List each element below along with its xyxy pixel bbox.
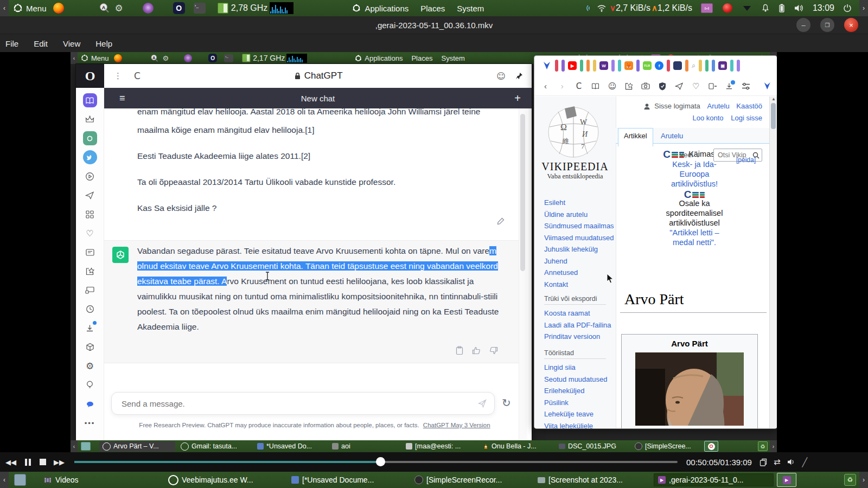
bookmark-item[interactable]	[580, 60, 583, 72]
bookmark-item[interactable]	[611, 60, 615, 72]
dropdown-tray-icon[interactable]	[743, 6, 751, 11]
smiley-badge-icon[interactable]: ☺	[496, 71, 506, 81]
personal-contribs-link[interactable]: Kaastöö	[736, 102, 762, 110]
inner-applications-icon[interactable]	[355, 55, 362, 62]
wifi-icon[interactable]	[597, 4, 607, 12]
wiki-pinboard-icon[interactable]	[623, 80, 635, 93]
reload-icon[interactable]: C	[134, 70, 141, 81]
facebook-bookmark-icon[interactable]: f	[655, 61, 663, 70]
ubuntu-menu-icon[interactable]	[13, 3, 23, 13]
chat-scrollbar[interactable]	[519, 108, 527, 440]
metamask-bookmark-icon[interactable]: 🦊	[624, 61, 633, 70]
wikipedia-globe-logo[interactable]: Ω W И 7 維	[546, 104, 601, 161]
bookmark-item[interactable]	[667, 60, 670, 72]
stop-button[interactable]	[40, 459, 46, 465]
taskbar-item-simplescreen[interactable]: [SimpleScree...	[631, 441, 702, 452]
sidebar-link-lehekulje-teave[interactable]: Lehekülje teave	[544, 410, 607, 418]
playlist-export-icon[interactable]	[760, 458, 767, 466]
copy-icon[interactable]	[456, 346, 463, 355]
inner-cpu-graph[interactable]	[286, 54, 307, 63]
outer-task-gerai-video[interactable]: ▶ ,gerai-2023-05-11_0...	[654, 473, 774, 486]
player-tray-button[interactable]: ▶	[777, 473, 796, 487]
downloads-icon[interactable]	[83, 321, 97, 335]
chat-scroll-area[interactable]: enam mängitud elav helilooja. Aastal 201…	[104, 108, 525, 440]
sidebar-link-lingid-siia[interactable]: Lingid siia	[544, 363, 607, 371]
bookmark-item[interactable]	[712, 60, 715, 72]
bookmark-item[interactable]	[618, 60, 621, 72]
banner-hide-link[interactable]: [peida]	[736, 156, 756, 164]
sidebar-link-pusilink[interactable]: Püsilink	[544, 399, 607, 407]
sidebar-link-viimased[interactable]: Viimased muudatused	[544, 234, 614, 242]
thumbs-down-icon[interactable]	[489, 346, 498, 355]
inner-menu-button[interactable]: Menu	[91, 54, 109, 62]
banner-sport-link[interactable]: "Artikkel letti –medal netti".	[616, 228, 773, 247]
fast-forward-button[interactable]: ▶▶	[54, 458, 65, 466]
opera-launcher-icon[interactable]: O	[173, 2, 185, 14]
forward-icon[interactable]: ›	[557, 80, 568, 93]
panel-scroll-left-button[interactable]: ‹	[0, 0, 9, 16]
wiki-heart-icon[interactable]: ♡	[690, 80, 701, 93]
record-tray-icon[interactable]	[723, 3, 732, 13]
bookmark-item[interactable]	[636, 60, 640, 72]
player-popout-icon[interactable]	[83, 169, 97, 183]
bookmark-item[interactable]	[705, 60, 709, 72]
rewind-button[interactable]: ◀◀	[5, 458, 16, 466]
outer-task-videos[interactable]: Videos	[39, 473, 140, 486]
tor-launcher-icon[interactable]	[143, 3, 154, 14]
edit-message-icon[interactable]	[496, 217, 505, 226]
bookmark-item[interactable]	[685, 60, 688, 72]
bookmark-item[interactable]	[593, 60, 596, 72]
news-icon[interactable]	[83, 245, 97, 259]
sidebar-link-sundmused[interactable]: Sündmused maailmas	[544, 222, 614, 230]
bookmark-item[interactable]	[586, 60, 590, 72]
panel-scroll-right-button[interactable]: ›	[859, 0, 868, 16]
sidebar-link-viita[interactable]: Viita leheküljele	[544, 422, 607, 429]
shuffle-icon[interactable]: ⇄	[774, 457, 781, 467]
youtube-bookmark-icon[interactable]: ▶	[568, 61, 577, 70]
pause-button[interactable]	[25, 459, 31, 466]
pin-icon[interactable]	[515, 72, 523, 80]
inner-taskbar-scroll-left[interactable]: ‹	[71, 440, 78, 452]
net-up-speed[interactable]: 1,2 KiB/s	[658, 3, 692, 13]
terminal-launcher-icon[interactable]: ›_	[194, 3, 206, 14]
tab-artikkel[interactable]: Artikkel	[618, 128, 653, 146]
outer-task-ssr[interactable]: [SimpleScreenRecor...	[410, 473, 530, 486]
inner-cpu-frequency[interactable]: 2,17 GHz	[253, 54, 285, 62]
outer-taskbar-scroll-right[interactable]: ›	[859, 472, 868, 488]
wiki-send-icon[interactable]	[674, 80, 685, 93]
menu-edit[interactable]: Edit	[34, 39, 48, 48]
net-down-speed[interactable]: 2,7 KiB/s	[616, 3, 650, 13]
reading-list-icon[interactable]	[83, 93, 97, 107]
wiki-smiley-icon[interactable]: ☺	[607, 80, 618, 93]
wiki-scrollbar[interactable]: ▲	[769, 97, 777, 428]
inner-taskbar-scroll-right[interactable]: ›	[770, 440, 777, 452]
seek-handle[interactable]	[376, 457, 385, 466]
bookmark-item[interactable]	[561, 60, 565, 72]
sidebar-link-prinditav[interactable]: Prinditav versioon	[544, 332, 611, 341]
sidebar-link-pdf[interactable]: Laadi alla PDF-failina	[544, 321, 611, 329]
inner-show-desktop-button[interactable]	[81, 442, 91, 451]
send-to-device-icon[interactable]	[83, 188, 97, 202]
sidebar-link-annetused[interactable]: Annetused	[544, 268, 614, 277]
flixbus-bookmark-icon[interactable]: FLIX	[643, 61, 652, 70]
devices-icon[interactable]	[83, 283, 97, 297]
radio-signal-icon[interactable]	[585, 3, 595, 13]
chat-bubble-icon[interactable]	[83, 397, 97, 411]
tab-arutelu[interactable]: Arutelu	[655, 129, 688, 146]
video-window-titlebar[interactable]: ,gerai-2023-05-11_00.36.10.mkv – ❐ ×	[0, 16, 868, 34]
taskbar-item-terminal[interactable]: [maa@eesti: ...	[403, 441, 477, 452]
crown-icon[interactable]	[83, 112, 97, 126]
seek-slider[interactable]	[74, 461, 678, 463]
wikipedia-wordmark[interactable]: VIKIPEEDIA	[534, 160, 616, 173]
taskbar-item-gmail[interactable]: Gmail: tasuta...	[177, 441, 252, 452]
tv-bookmark-icon[interactable]: ▣	[718, 61, 727, 70]
opera-tray-button[interactable]: O	[704, 441, 718, 452]
bookmark-item[interactable]	[737, 60, 740, 72]
places-menu[interactable]: Places	[420, 4, 445, 13]
flag-bookmark-icon[interactable]	[673, 61, 682, 70]
pinboard-icon[interactable]	[83, 264, 97, 278]
search-tool-icon[interactable]: A	[99, 3, 110, 14]
power-icon[interactable]	[843, 4, 852, 12]
w-bookmark-icon[interactable]: W	[599, 61, 608, 70]
wiki-reload-icon[interactable]: C	[573, 80, 585, 93]
